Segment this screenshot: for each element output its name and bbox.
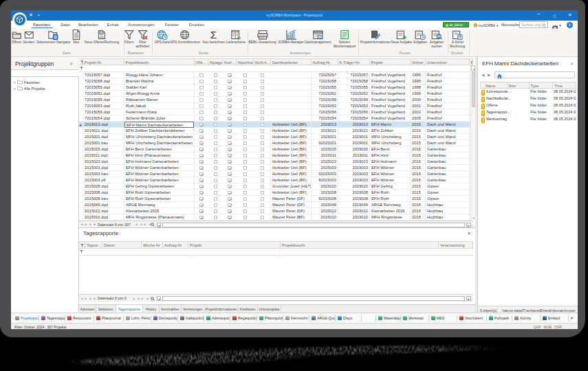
svg-text:Σ: Σ <box>210 30 217 40</box>
